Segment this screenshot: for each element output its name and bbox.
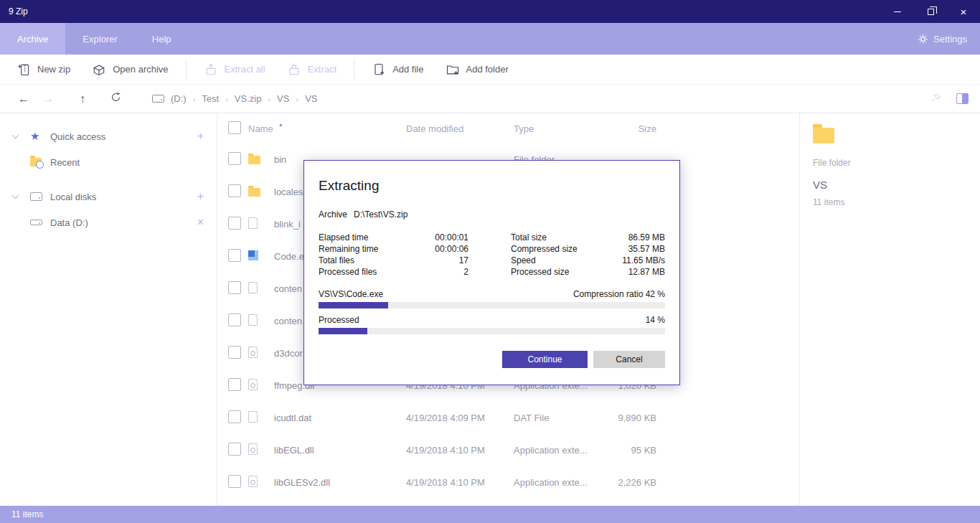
preview-pane-toggle-icon[interactable]: [956, 93, 969, 104]
compression-ratio: Compression ratio 42 %: [573, 289, 665, 299]
row-checkbox[interactable]: [228, 184, 241, 197]
extract-all-button[interactable]: Extract all: [193, 55, 276, 84]
row-checkbox[interactable]: [228, 281, 241, 294]
table-row[interactable]: libGLESv2.dll 4/19/2018 4:10 PM Applicat…: [228, 466, 799, 499]
breadcrumb-segment[interactable]: (D:): [164, 93, 193, 104]
add-disk-button[interactable]: +: [197, 190, 204, 203]
sidebar-item-recent[interactable]: Recent: [0, 149, 217, 175]
folder-icon: [248, 156, 260, 164]
file-name: icudtl.dat: [274, 413, 395, 423]
row-checkbox[interactable]: [228, 378, 241, 391]
pin-icon[interactable]: [930, 92, 942, 106]
row-checkbox[interactable]: [228, 346, 241, 359]
column-header-date-modified[interactable]: Date modified: [395, 123, 502, 134]
file-name: libEGL.dll: [274, 445, 395, 456]
up-button[interactable]: ↑: [70, 93, 95, 105]
file-icon: [248, 217, 258, 229]
back-button[interactable]: ←: [11, 93, 36, 105]
file-size: 9,890 KB: [588, 413, 656, 423]
table-row[interactable]: icudtl.dat 4/19/2018 4:09 PM DAT File 9,…: [228, 402, 799, 434]
breadcrumb-segment[interactable]: VS: [270, 93, 296, 104]
stat-value: 00:00:06: [435, 243, 468, 255]
restore-button[interactable]: [914, 0, 947, 23]
file-type: Application exte...: [502, 445, 588, 456]
application-icon: [248, 250, 258, 260]
add-quick-access-button[interactable]: +: [197, 130, 204, 143]
row-checkbox[interactable]: [228, 475, 241, 488]
add-folder-icon: [446, 62, 460, 77]
breadcrumb-segment[interactable]: Test: [195, 93, 225, 104]
preview-panel: File folder VS 11 items: [800, 113, 980, 506]
tab-archive[interactable]: Archive: [0, 23, 65, 55]
stat-label: Speed: [511, 255, 536, 266]
preview-item-count: 11 items: [813, 197, 980, 207]
sort-ascending-icon: ▲: [278, 122, 283, 127]
stat-value: 00:00:01: [435, 232, 468, 243]
preview-name: VS: [813, 179, 980, 191]
forward-button[interactable]: →: [36, 93, 60, 105]
chevron-down-icon[interactable]: [12, 192, 19, 199]
folder-icon: [248, 188, 260, 197]
sidebar-item-local-disks[interactable]: Local disks +: [0, 184, 217, 209]
settings-button[interactable]: Settings: [918, 23, 980, 55]
row-checkbox[interactable]: [228, 443, 241, 456]
remove-drive-button[interactable]: ×: [197, 216, 204, 229]
tab-help[interactable]: Help: [135, 23, 189, 55]
refresh-icon: [110, 91, 122, 103]
cancel-button[interactable]: Cancel: [593, 351, 665, 368]
breadcrumb: (D:) › Test › VS.zip › VS › VS: [152, 93, 324, 104]
preview-type: File folder: [813, 158, 980, 168]
processed-percent: 14 %: [646, 315, 665, 325]
file-date: 4/19/2018 4:10 PM: [395, 445, 502, 456]
dll-file-icon: [248, 347, 258, 358]
sidebar-item-quick-access[interactable]: ★ Quick access +: [0, 123, 217, 149]
name-header-label: Name: [248, 123, 273, 134]
row-checkbox[interactable]: [228, 217, 241, 230]
select-all-checkbox[interactable]: [228, 121, 241, 134]
column-header-type[interactable]: Type: [502, 123, 588, 134]
stat-value: 11.65 MB/s: [622, 255, 665, 266]
continue-button[interactable]: Continue: [502, 351, 588, 368]
close-button[interactable]: ×: [947, 0, 980, 23]
file-progress-fill: [319, 302, 388, 308]
table-row[interactable]: libEGL.dll 4/19/2018 4:10 PM Application…: [228, 434, 799, 466]
stat-value: 17: [459, 255, 468, 266]
file-icon: [248, 282, 258, 293]
processed-progress-fill: [319, 328, 367, 334]
row-checkbox[interactable]: [228, 249, 241, 262]
tab-explorer[interactable]: Explorer: [65, 23, 134, 55]
minimize-button[interactable]: [881, 0, 914, 23]
dll-file-icon: [248, 379, 258, 390]
title-bar: 9 Zip ×: [0, 0, 980, 23]
open-archive-button[interactable]: Open archive: [81, 55, 179, 84]
sidebar-item-data-drive[interactable]: Data (D:) ×: [0, 209, 217, 235]
chevron-down-icon[interactable]: [12, 131, 19, 138]
file-date: 4/19/2018 4:10 PM: [395, 477, 502, 488]
open-archive-icon: [92, 62, 106, 77]
file-type: Application exte...: [502, 477, 588, 488]
add-folder-button[interactable]: Add folder: [435, 55, 519, 84]
data-drive-label: Data (D:): [50, 217, 197, 228]
add-file-button[interactable]: Add file: [361, 55, 434, 84]
extract-button[interactable]: Extract: [276, 55, 347, 84]
breadcrumb-segment[interactable]: VS.zip: [228, 93, 268, 104]
row-checkbox[interactable]: [228, 314, 241, 326]
stat-value: 2: [463, 266, 468, 278]
processed-label: Processed: [319, 315, 359, 325]
new-zip-button[interactable]: New zip: [6, 55, 81, 84]
row-checkbox[interactable]: [228, 410, 241, 423]
toolbar-separator: [354, 59, 354, 80]
status-item-count: 11 items: [11, 509, 43, 519]
menu-bar: Archive Explorer Help Settings: [0, 23, 980, 55]
row-checkbox[interactable]: [228, 152, 241, 165]
file-date: 4/19/2018 4:09 PM: [395, 413, 502, 423]
star-icon: ★: [30, 130, 39, 143]
breadcrumb-segment[interactable]: VS: [298, 93, 324, 104]
column-header-name[interactable]: Name ▲: [248, 123, 395, 134]
column-header-size[interactable]: Size: [588, 123, 656, 134]
file-size: 2,226 KB: [588, 477, 656, 488]
refresh-button[interactable]: [103, 91, 128, 106]
recent-label: Recent: [50, 157, 204, 168]
add-file-label: Add file: [392, 64, 423, 75]
recent-folder-icon: [30, 158, 42, 166]
